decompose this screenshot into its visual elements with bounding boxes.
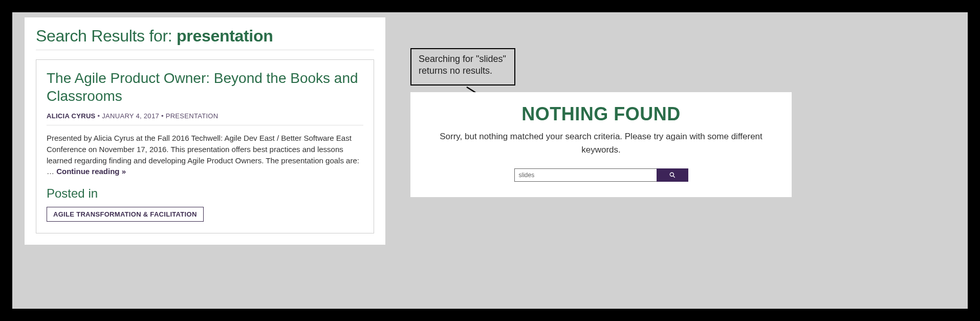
diagram-frame: Search Results for: presentation The Agi… [12,12,968,309]
search-form [514,168,688,182]
search-results-heading: Search Results for: presentation [36,27,374,46]
search-button[interactable] [657,168,688,182]
search-results-prefix: Search Results for: [36,27,177,45]
nothing-found-heading: NOTHING FOUND [425,103,777,125]
search-results-card: Search Results for: presentation The Agi… [25,17,385,245]
divider [36,50,374,50]
result-title-link[interactable]: The Agile Product Owner: Beyond the Book… [47,69,363,105]
meta-separator: • [159,112,166,120]
continue-reading-link[interactable]: Continue reading » [56,167,126,176]
result-excerpt: Presented by Alicia Cyrus at the Fall 20… [47,133,363,177]
no-results-card: NOTHING FOUND Sorry, but nothing matched… [410,92,792,197]
divider [47,125,363,125]
search-term: presentation [177,27,273,45]
search-result-item: The Agile Product Owner: Beyond the Book… [36,59,374,233]
result-meta: ALICIA CYRUS • JANUARY 4, 2017 • PRESENT… [47,112,363,120]
svg-point-2 [670,173,673,176]
no-results-message: Sorry, but nothing matched your search c… [425,130,777,156]
result-category[interactable]: PRESENTATION [166,112,219,120]
meta-separator: • [96,112,102,120]
posted-in-label: Posted in [47,186,363,201]
search-icon [669,172,676,179]
svg-line-3 [673,176,674,178]
category-tag[interactable]: AGILE TRANSFORMATION & FACILITATION [47,207,204,222]
result-author[interactable]: ALICIA CYRUS [47,112,96,120]
search-input[interactable] [514,168,657,182]
annotation-callout: Searching for "slides" returns no result… [410,48,515,85]
result-date: JANUARY 4, 2017 [102,112,159,120]
